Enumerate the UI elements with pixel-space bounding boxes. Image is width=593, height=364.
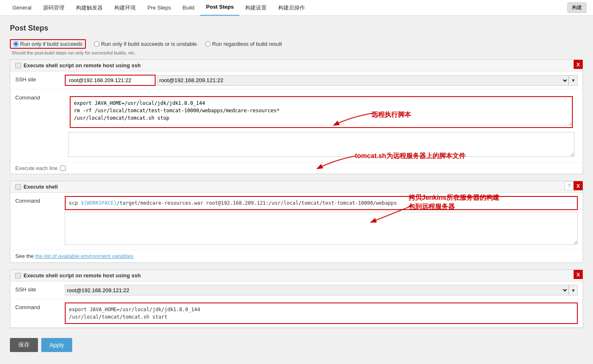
- top-bar-right: 构建: [567, 2, 586, 13]
- tab-post-actions[interactable]: 构建后操作: [272, 0, 311, 16]
- execute-each-line-row: Execute each line: [10, 163, 583, 174]
- command-row2: Command scp ${WORKSPACE}/target/medcare-…: [10, 193, 583, 250]
- tab-general[interactable]: General: [7, 0, 37, 16]
- section-close-btn3[interactable]: X: [574, 270, 583, 279]
- command-inner-box1: [70, 96, 573, 128]
- radio-group: Run only if build succeeds Run only if b…: [10, 39, 583, 49]
- ssh-site-input1[interactable]: root@192.168.209.121:22: [65, 75, 156, 86]
- section-close-btn2[interactable]: X: [574, 181, 583, 190]
- command-textarea1[interactable]: [71, 97, 572, 126]
- apply-button[interactable]: Apply: [41, 338, 72, 352]
- ssh-site-wrapper2: root@192.168.209.121:22 ▾: [65, 285, 578, 295]
- command-code2: scp ${WORKSPACE}/target/medcare-resource…: [66, 197, 577, 209]
- ssh-site-wrapper1: root@192.168.209.121:22 root@192.168.209…: [65, 75, 578, 86]
- command-box3: export JAVA_HOME=/usr/local/jdk/jdk1.8.0…: [65, 303, 578, 324]
- ssh-site-label2: SSH site: [15, 285, 65, 293]
- command-wrapper1: [65, 93, 578, 159]
- command-row3: Command export JAVA_HOME=/usr/local/jdk/…: [10, 299, 583, 328]
- main-content: Post Steps Run only if build succeeds Ru…: [0, 16, 593, 364]
- ssh-site-row2: SSH site root@192.168.209.121:22 ▾: [10, 281, 583, 299]
- ssh-site-row1: SSH site root@192.168.209.121:22 root@19…: [10, 71, 583, 90]
- command-label1: Command: [15, 93, 65, 101]
- ssh-site-select2[interactable]: root@192.168.209.121:22: [65, 285, 569, 295]
- radio-input2[interactable]: [94, 41, 99, 47]
- env-vars-anchor[interactable]: the list of available environment variab…: [35, 253, 133, 259]
- tab-build[interactable]: Build: [177, 0, 200, 16]
- page-title: Post Steps: [10, 24, 583, 33]
- radio-section: Run only if build succeeds Run only if b…: [10, 39, 583, 55]
- command-label2: Command: [15, 196, 65, 204]
- section-ssh2: Execute shell script on remote host usin…: [10, 269, 583, 328]
- bottom-buttons: 保存 Apply: [10, 335, 583, 355]
- ssh-site-select1[interactable]: root@192.168.209.121:22: [157, 75, 569, 86]
- section-header1: Execute shell script on remote host usin…: [10, 60, 583, 71]
- radio-option1[interactable]: Run only if build succeeds: [10, 39, 86, 49]
- tab-poststeps[interactable]: Post Steps: [200, 0, 239, 16]
- command-extra-textarea1[interactable]: [68, 132, 574, 157]
- cmd3-line1: export JAVA_HOME=/usr/local/jdk/jdk1.8.0…: [69, 306, 574, 313]
- ssh-dropdown-arrow2[interactable]: ▾: [569, 285, 578, 295]
- tab-build-settings[interactable]: 构建设置: [239, 0, 272, 16]
- command-row1: Command: [10, 90, 583, 163]
- execute-each-line-checkbox[interactable]: [60, 165, 66, 171]
- section-shell: Execute shell X ? Command scp ${WORKSPAC…: [10, 181, 583, 263]
- ssh-dropdown-arrow1[interactable]: ▾: [569, 75, 578, 86]
- tab-triggers[interactable]: 构建触发器: [70, 0, 109, 16]
- radio-input3[interactable]: [205, 41, 210, 47]
- section-header3: Execute shell script on remote host usin…: [10, 270, 583, 281]
- section-help-btn2[interactable]: ?: [565, 181, 574, 190]
- cmd3-line2: /usr/local/tomcat/tomcat.sh start: [69, 313, 574, 321]
- section-ssh1: Execute shell script on remote host usin…: [10, 59, 583, 174]
- tab-env[interactable]: 构建环境: [109, 0, 142, 16]
- radio-input1[interactable]: [13, 41, 19, 47]
- command-wrapper3: export JAVA_HOME=/usr/local/jdk/jdk1.8.0…: [65, 303, 578, 324]
- radio-option3[interactable]: Run regardless of build result: [205, 41, 282, 47]
- command-label3: Command: [15, 303, 65, 310]
- command-box2: scp ${WORKSPACE}/target/medcare-resource…: [65, 196, 578, 210]
- command-wrapper2: scp ${WORKSPACE}/target/medcare-resource…: [65, 196, 578, 246]
- tab-presteps[interactable]: Pre Steps: [142, 0, 177, 16]
- section-header2: Execute shell: [10, 181, 583, 193]
- save-button[interactable]: 保存: [10, 338, 38, 352]
- top-navigation: General 源码管理 构建触发器 构建环境 Pre Steps Build …: [0, 0, 593, 16]
- tab-scm[interactable]: 源码管理: [37, 0, 70, 16]
- radio-hint: Should the post-build steps run only for…: [12, 50, 583, 55]
- env-vars-link: See the the list of available environmen…: [10, 250, 583, 262]
- command-textarea2-extra[interactable]: [65, 212, 578, 245]
- ssh-site-label1: SSH site: [15, 75, 65, 83]
- section-close-btn1[interactable]: X: [574, 60, 583, 69]
- build-button[interactable]: 构建: [567, 2, 586, 13]
- radio-option2[interactable]: Run only if build succeeds or is unstabl…: [94, 41, 197, 47]
